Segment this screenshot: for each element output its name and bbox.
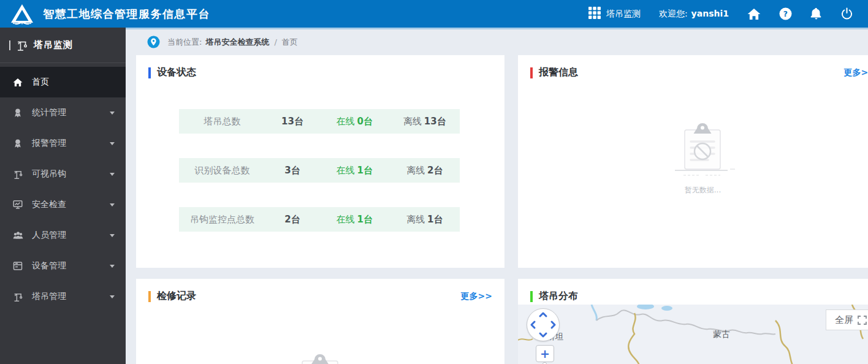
medal-icon xyxy=(12,138,23,148)
crane-icon xyxy=(12,292,23,302)
title-bar-decor xyxy=(9,40,10,50)
welcome-text: 欢迎您:yanshi1 xyxy=(659,9,729,20)
row-online: 在线0台 xyxy=(319,116,390,127)
no-data-clipboard-icon xyxy=(666,121,740,180)
pan-down-icon xyxy=(540,333,546,336)
empty-state: 暂无数据... xyxy=(654,121,752,195)
row-online: 在线1台 xyxy=(319,214,390,226)
bell-icon[interactable] xyxy=(810,7,822,20)
username: yanshi1 xyxy=(691,9,729,18)
sidebar-item-label: 统计管理 xyxy=(32,107,66,118)
breadcrumb-current: 首页 xyxy=(282,37,298,48)
sidebar-item-crane-management[interactable]: 塔吊管理 xyxy=(0,281,126,312)
fullscreen-icon xyxy=(858,316,867,325)
chevron-down-icon xyxy=(110,142,115,145)
row-offline: 离线2台 xyxy=(390,165,460,176)
chevron-down-icon xyxy=(110,295,115,298)
map-terrain xyxy=(518,305,868,364)
map-country-label: 蒙古 xyxy=(713,329,730,340)
content: 当前位置: 塔吊安全检查系统 / 首页 设备状态 塔吊总数 13台 在线0台 离… xyxy=(126,29,868,364)
sidebar-item-statistics[interactable]: 统计管理 xyxy=(0,97,126,128)
sidebar-title-row: 塔吊监测 xyxy=(0,28,126,63)
pan-right-icon xyxy=(552,322,555,328)
sidebar-item-label: 人员管理 xyxy=(32,230,66,241)
sidebar-item-label: 可视吊钩 xyxy=(32,169,66,180)
card-accent-bar xyxy=(148,67,151,78)
users-icon xyxy=(12,231,23,240)
pan-up-icon xyxy=(540,313,546,316)
chevron-down-icon xyxy=(110,173,115,176)
breadcrumb: 当前位置: 塔吊安全检查系统 / 首页 xyxy=(147,36,298,48)
card-title: 报警信息 xyxy=(539,66,578,79)
card-accent-bar xyxy=(148,291,151,302)
sidebar-item-label: 安全检查 xyxy=(32,199,66,210)
tower-crane-icon xyxy=(16,39,28,51)
device-status-table: 塔吊总数 13台 在线0台 离线13台 识别设备总数 3台 在线1台 离线2台 … xyxy=(179,109,460,256)
sidebar: 塔吊监测 首页 统计管理 报警管理 可视吊钩 xyxy=(0,28,126,364)
breadcrumb-separator: / xyxy=(274,37,276,47)
row-online: 在线1台 xyxy=(319,165,390,176)
power-icon[interactable] xyxy=(840,7,853,20)
sidebar-item-safety-check[interactable]: 安全检查 xyxy=(0,189,126,220)
chevron-down-icon xyxy=(110,203,115,207)
medal-icon xyxy=(12,108,23,118)
fullscreen-label: 全屏 xyxy=(835,314,853,326)
sidebar-item-home[interactable]: 首页 xyxy=(0,67,126,97)
sidebar-item-alarm[interactable]: 报警管理 xyxy=(0,128,126,159)
sidebar-item-label: 报警管理 xyxy=(32,138,66,149)
table-row: 吊钩监控点总数 2台 在线1台 离线1台 xyxy=(179,207,460,232)
row-label: 塔吊总数 xyxy=(179,116,265,127)
app-switcher-label: 塔吊监测 xyxy=(606,9,641,20)
row-offline: 离线13台 xyxy=(390,116,460,127)
table-row: 塔吊总数 13台 在线0台 离线13台 xyxy=(179,109,460,134)
card-accent-bar xyxy=(530,291,533,302)
card-accent-bar xyxy=(530,67,533,78)
sidebar-title: 塔吊监测 xyxy=(34,39,73,51)
svg-text:?: ? xyxy=(783,9,788,18)
brand-logo-icon xyxy=(10,4,34,25)
row-total: 13台 xyxy=(265,116,319,127)
help-icon[interactable]: ? xyxy=(779,7,792,20)
sidebar-item-visual-hook[interactable]: 可视吊钩 xyxy=(0,159,126,189)
card-title: 塔吊分布 xyxy=(539,290,578,303)
location-pin-icon xyxy=(147,36,160,48)
card-title: 检修记录 xyxy=(157,290,196,303)
more-link[interactable]: 更多>> xyxy=(461,291,492,302)
sidebar-item-label: 首页 xyxy=(32,77,49,88)
header-divider xyxy=(126,28,868,29)
app-title: 智慧工地综合管理服务信息平台 xyxy=(43,7,210,21)
map-pan-control[interactable] xyxy=(527,308,560,341)
more-link[interactable]: 更多>> xyxy=(844,67,868,78)
top-header: 智慧工地综合管理服务信息平台 塔吊监测 欢迎您:yanshi1 ? xyxy=(0,0,868,28)
table-row: 识别设备总数 3台 在线1台 离线2台 xyxy=(179,158,460,183)
sidebar-item-equipment[interactable]: 设备管理 xyxy=(0,251,126,281)
alarm-info-card: 报警信息 更多>> 暂无数据... xyxy=(518,55,868,268)
row-label: 识别设备总数 xyxy=(179,165,265,176)
crane-icon xyxy=(12,169,23,180)
row-label: 吊钩监控点总数 xyxy=(179,214,265,226)
empty-state-text: 暂无数据... xyxy=(654,185,752,195)
home-icon[interactable] xyxy=(747,8,761,20)
no-data-clipboard-icon xyxy=(284,352,357,364)
row-total: 2台 xyxy=(265,214,319,226)
chevron-down-icon xyxy=(110,265,115,268)
sidebar-item-label: 塔吊管理 xyxy=(32,291,66,302)
sidebar-item-personnel[interactable]: 人员管理 xyxy=(0,220,126,251)
sidebar-item-label: 设备管理 xyxy=(32,260,66,271)
server-icon xyxy=(12,261,23,271)
pan-left-icon xyxy=(531,322,535,328)
breadcrumb-system[interactable]: 塔吊安全检查系统 xyxy=(205,37,269,48)
chevron-down-icon xyxy=(110,112,115,115)
breadcrumb-prefix: 当前位置: xyxy=(167,37,202,48)
crane-distribution-card: 塔吊分布 斯坦 蒙古 xyxy=(518,279,868,364)
map-canvas[interactable]: 斯坦 蒙古 + 全屏 xyxy=(518,305,868,364)
home-icon xyxy=(12,78,23,87)
row-total: 3台 xyxy=(265,165,319,176)
map-zoom-in-button[interactable]: + xyxy=(536,345,554,362)
grid-icon xyxy=(588,6,601,21)
empty-state xyxy=(272,352,370,364)
app-switcher[interactable]: 塔吊监测 xyxy=(588,6,641,21)
map-fullscreen-button[interactable]: 全屏 xyxy=(826,309,868,330)
chevron-down-icon xyxy=(110,234,115,237)
row-offline: 离线1台 xyxy=(390,214,460,226)
